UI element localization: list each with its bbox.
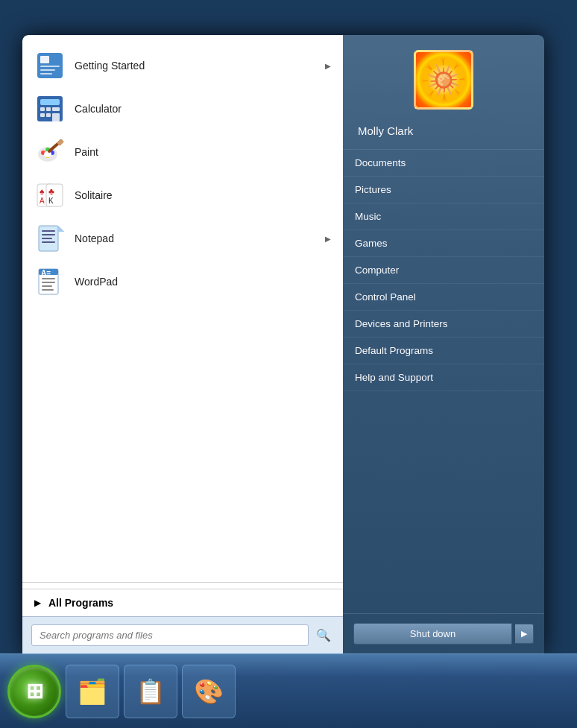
right-menu-documents[interactable]: Documents [343, 150, 544, 177]
getting-started-arrow: ▶ [325, 62, 331, 70]
svg-rect-7 [40, 107, 45, 111]
left-panel: Getting Started ▶ Calcula [22, 35, 343, 653]
right-menu-help-support[interactable]: Help and Support [343, 364, 544, 391]
right-menu-devices-printers[interactable]: Devices and Printers [343, 311, 544, 338]
svg-rect-2 [40, 66, 60, 67]
svg-rect-37 [42, 278, 55, 279]
svg-text:K: K [48, 197, 54, 205]
svg-rect-10 [40, 113, 45, 117]
svg-marker-33 [58, 226, 64, 232]
app-item-solitaire[interactable]: ♠ A ♣ K Solitaire [22, 174, 343, 217]
notepad-taskbar-icon: 📋 [136, 677, 165, 706]
solitaire-icon: ♠ A ♣ K [34, 180, 66, 211]
search-button[interactable]: 🔍 [313, 625, 334, 646]
svg-rect-31 [42, 241, 55, 243]
right-menu-pictures[interactable]: Pictures [343, 177, 544, 203]
svg-rect-12 [52, 113, 60, 121]
svg-rect-40 [42, 289, 54, 291]
calculator-label: Calculator [75, 103, 331, 115]
start-button-icon: ⊞ [26, 679, 43, 703]
right-panel-bottom: Shut down ▶ [343, 613, 544, 653]
svg-rect-28 [42, 230, 55, 232]
app-item-paint[interactable]: Paint [22, 130, 343, 174]
app-item-getting-started[interactable]: Getting Started ▶ [22, 44, 343, 87]
taskbar: ⊞ 🗂️ 📋 🎨 [0, 653, 577, 728]
svg-rect-38 [42, 282, 55, 283]
all-programs-row[interactable]: ▶ All Programs [22, 589, 343, 616]
all-programs-label: All Programs [48, 597, 113, 609]
avatar-image [416, 52, 471, 107]
user-section: Molly Clark [343, 35, 544, 150]
app-item-notepad[interactable]: Notepad ▶ [22, 217, 343, 260]
shutdown-button[interactable]: Shut down [353, 623, 512, 645]
svg-rect-1 [40, 56, 49, 63]
paint-taskbar-icon: 🎨 [194, 677, 224, 706]
solitaire-label: Solitaire [75, 189, 331, 201]
notepad-arrow: ▶ [325, 235, 331, 243]
right-menu-control-panel[interactable]: Control Panel [343, 284, 544, 311]
right-menu-computer[interactable]: Computer [343, 257, 544, 284]
app-item-calculator[interactable]: Calculator [22, 87, 343, 130]
svg-text:A: A [40, 197, 45, 205]
apps-list: Getting Started ▶ Calcula [22, 35, 343, 576]
svg-rect-29 [42, 234, 55, 235]
taskbar-notepad[interactable]: 📋 [124, 665, 177, 718]
search-input[interactable] [31, 624, 309, 646]
svg-text:A=: A= [41, 269, 51, 277]
right-menu-games[interactable]: Games [343, 230, 544, 257]
wordpad-icon: A= [34, 266, 66, 297]
calculator-icon [34, 93, 66, 124]
taskbar-file-explorer[interactable]: 🗂️ [66, 665, 119, 718]
separator [22, 582, 343, 583]
svg-rect-11 [46, 113, 51, 117]
getting-started-icon [34, 50, 66, 81]
getting-started-label: Getting Started [75, 60, 316, 72]
right-menu-music[interactable]: Music [343, 203, 544, 230]
svg-rect-3 [40, 69, 55, 71]
start-button[interactable]: ⊞ [7, 665, 61, 718]
notepad-icon [34, 223, 66, 254]
wordpad-label: WordPad [75, 276, 331, 288]
svg-rect-6 [40, 99, 60, 105]
svg-text:♣: ♣ [48, 186, 54, 197]
right-panel: Molly Clark Documents Pictures Music Gam… [343, 35, 544, 653]
svg-rect-30 [42, 238, 52, 239]
all-programs-arrow-icon: ▶ [34, 598, 41, 608]
user-name[interactable]: Molly Clark [355, 124, 532, 137]
taskbar-paint[interactable]: 🎨 [182, 665, 236, 718]
search-bar: 🔍 [22, 616, 343, 653]
notepad-label: Notepad [75, 232, 316, 244]
start-menu: Getting Started ▶ Calcula [22, 35, 544, 653]
app-item-wordpad[interactable]: A= WordPad [22, 260, 343, 303]
svg-text:♠: ♠ [40, 186, 45, 197]
svg-rect-8 [46, 107, 51, 111]
shutdown-arrow-button[interactable]: ▶ [515, 624, 534, 644]
avatar[interactable] [414, 50, 473, 110]
svg-rect-39 [42, 285, 52, 287]
file-explorer-icon: 🗂️ [78, 677, 107, 706]
svg-rect-9 [52, 107, 60, 111]
svg-rect-4 [40, 73, 52, 75]
paint-label: Paint [75, 146, 331, 158]
right-menu-default-programs[interactable]: Default Programs [343, 338, 544, 364]
paint-icon [34, 136, 66, 168]
